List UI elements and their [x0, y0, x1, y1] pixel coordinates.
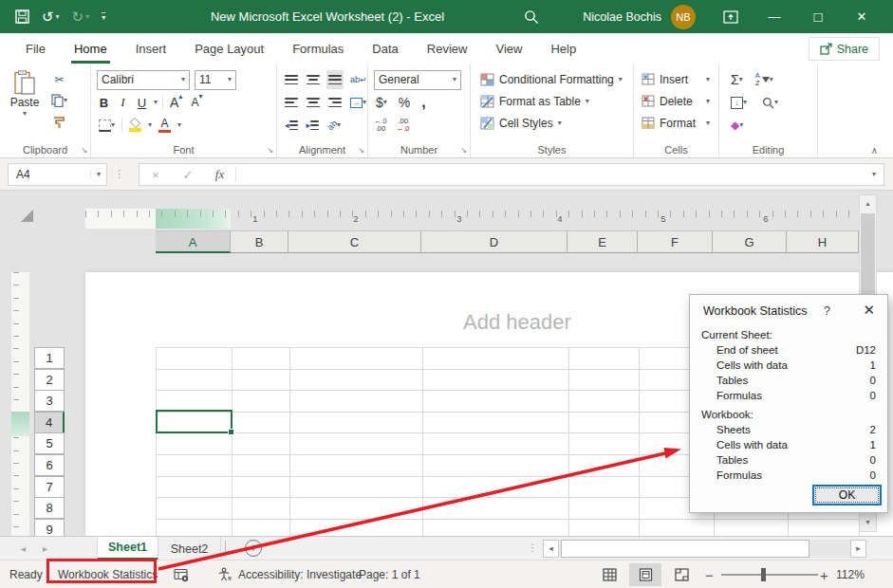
tab-formulas[interactable]: Formulas	[278, 33, 358, 64]
clipboard-dialog-launcher-icon[interactable]: ↘	[81, 146, 87, 155]
next-sheet-icon[interactable]: ▸	[43, 543, 47, 554]
page-break-preview-button[interactable]	[665, 563, 698, 586]
sort-filter-button[interactable]: AZ▾	[753, 70, 775, 89]
workbook-statistics-status[interactable]: Workbook Statistics	[58, 560, 158, 588]
selected-cell-a4[interactable]	[156, 410, 233, 433]
expand-formula-bar-icon[interactable]: ▾	[872, 171, 884, 178]
new-sheet-button[interactable]: +	[245, 540, 262, 557]
number-format-combo[interactable]: General▾	[374, 70, 461, 90]
column-header-b[interactable]: B	[231, 230, 288, 253]
increase-decimal-button[interactable]: ←.0.00	[374, 118, 387, 134]
column-header-a[interactable]: A	[156, 230, 231, 253]
align-bottom-button[interactable]	[326, 70, 344, 89]
chevron-down-icon[interactable]: ▾	[177, 121, 181, 129]
horizontal-scroll-thumb[interactable]	[561, 540, 809, 558]
find-select-button[interactable]: ▾	[760, 93, 780, 112]
tab-review[interactable]: Review	[413, 33, 482, 64]
formula-bar-splitter[interactable]: ⋮	[114, 168, 124, 180]
font-size-combo[interactable]: 11▾	[195, 70, 236, 90]
ribbon-display-options-icon[interactable]	[709, 0, 753, 33]
page-layout-view-button[interactable]	[629, 563, 661, 586]
dialog-help-icon[interactable]: ?	[824, 304, 830, 318]
font-color-button[interactable]: A	[157, 116, 173, 135]
sheet-tab-sheet2[interactable]: Sheet2	[158, 537, 221, 560]
chevron-down-icon[interactable]: ▾	[64, 97, 67, 104]
chevron-down-icon[interactable]: ▾	[770, 76, 773, 83]
zoom-level[interactable]: 112%	[836, 560, 865, 588]
fill-button[interactable]: ↓▾	[729, 93, 749, 112]
autosum-button[interactable]: Σ▾	[729, 70, 745, 89]
number-dialog-launcher-icon[interactable]: ↘	[460, 146, 467, 155]
delete-cells-button[interactable]: Delete▾	[642, 90, 715, 112]
conditional-formatting-button[interactable]: Conditional Formatting▾	[480, 68, 629, 90]
tab-help[interactable]: Help	[536, 33, 590, 64]
accessibility-icon[interactable]	[217, 560, 233, 588]
macro-recording-icon[interactable]	[174, 560, 190, 588]
accounting-format-button[interactable]: $▾	[374, 93, 389, 112]
tab-bar-splitter[interactable]: ⋮	[528, 542, 537, 553]
row-header-7[interactable]: 7	[34, 476, 65, 498]
scroll-left-icon[interactable]: ◂	[543, 540, 559, 558]
chevron-down-icon[interactable]: ▾	[363, 99, 366, 106]
save-icon[interactable]	[15, 9, 29, 24]
row-header-4[interactable]: 4	[34, 412, 65, 433]
chevron-down-icon[interactable]: ▾	[739, 76, 743, 83]
scroll-up-icon[interactable]: ▴	[860, 195, 876, 212]
account-area[interactable]: Nicolae Bochis NB	[583, 5, 696, 29]
minimize-button[interactable]: —	[753, 0, 796, 33]
underline-button[interactable]: U	[135, 96, 149, 110]
tab-file[interactable]: File	[11, 33, 60, 64]
align-left-button[interactable]	[283, 93, 300, 112]
scroll-right-icon[interactable]: ▸	[850, 540, 866, 558]
format-cells-button[interactable]: Format▾	[642, 112, 715, 134]
row-header-8[interactable]: 8	[34, 497, 65, 519]
insert-function-button[interactable]: fx	[204, 167, 236, 182]
tab-insert[interactable]: Insert	[121, 33, 181, 64]
ok-button[interactable]: OK	[812, 485, 882, 505]
wrap-text-button[interactable]: ab↵	[348, 70, 369, 89]
align-right-button[interactable]	[326, 93, 344, 112]
row-header-1[interactable]: 1	[34, 347, 65, 369]
insert-cells-button[interactable]: Insert▾	[642, 68, 715, 90]
decrease-font-size-button[interactable]: A▾	[189, 93, 204, 112]
merge-center-button[interactable]: ↔▾	[348, 93, 368, 112]
tab-view[interactable]: View	[481, 33, 536, 64]
column-header-g[interactable]: G	[713, 230, 787, 253]
cut-button[interactable]: ✂	[49, 72, 69, 87]
fill-color-button[interactable]	[127, 116, 143, 135]
increase-indent-button[interactable]: ▸	[305, 116, 322, 135]
decrease-decimal-button[interactable]: .00→.0	[397, 118, 410, 134]
format-as-table-button[interactable]: Format as Table▾	[480, 90, 629, 112]
zoom-slider-track[interactable]	[721, 574, 818, 576]
confirm-entry-button[interactable]: ✓	[172, 168, 204, 182]
search-icon[interactable]	[524, 9, 539, 25]
zoom-in-button[interactable]: +	[820, 560, 828, 588]
vertical-scroll-thumb[interactable]	[861, 213, 875, 297]
align-top-button[interactable]	[283, 70, 300, 89]
add-header-placeholder[interactable]: Add header	[327, 310, 707, 335]
zoom-slider-thumb[interactable]	[761, 568, 766, 581]
undo-button[interactable]: ↺▾	[42, 9, 60, 26]
copy-button[interactable]: ▾	[49, 93, 69, 108]
increase-font-size-button[interactable]: A▴	[168, 93, 184, 112]
chevron-down-icon[interactable]: ▾	[56, 13, 60, 21]
column-header-d[interactable]: D	[421, 230, 567, 253]
format-painter-button[interactable]	[49, 114, 69, 129]
zoom-out-button[interactable]: −	[705, 560, 714, 588]
chevron-down-icon[interactable]: ▾	[154, 99, 158, 106]
percent-style-button[interactable]: %	[397, 93, 412, 112]
bold-button[interactable]: B	[97, 96, 111, 110]
comma-style-button[interactable]: ,	[419, 93, 427, 112]
italic-button[interactable]: I	[116, 95, 130, 110]
accessibility-status[interactable]: Accessibility: Investigate	[238, 560, 362, 588]
row-header-3[interactable]: 3	[34, 390, 65, 412]
scroll-down-icon[interactable]: ▾	[860, 514, 876, 531]
column-header-f[interactable]: F	[638, 230, 713, 253]
clear-button[interactable]: ◆▾	[729, 116, 745, 135]
avatar[interactable]: NB	[671, 5, 696, 29]
tab-page-layout[interactable]: Page Layout	[180, 33, 278, 64]
chevron-down-icon[interactable]: ▾	[85, 13, 89, 21]
tab-data[interactable]: Data	[358, 33, 412, 64]
row-header-9[interactable]: 9	[34, 519, 65, 536]
cancel-entry-button[interactable]: ×	[140, 168, 172, 182]
